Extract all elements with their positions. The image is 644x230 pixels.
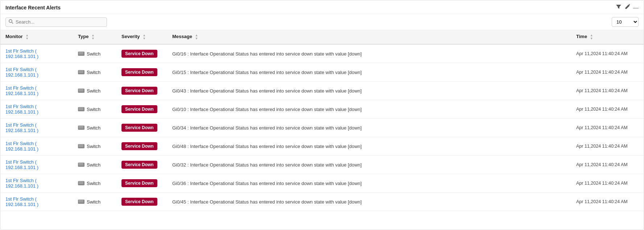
svg-rect-70 — [80, 163, 80, 164]
monitor-link[interactable]: 1st Flr Switch ( 192.168.1.101 ) — [5, 104, 38, 115]
col-header-message[interactable]: Message ▲▼ — [167, 30, 571, 44]
monitor-link[interactable]: 1st Flr Switch ( 192.168.1.101 ) — [5, 196, 38, 207]
svg-rect-63 — [79, 146, 79, 147]
monitor-link[interactable]: 1st Flr Switch ( 192.168.1.101 ) — [5, 122, 38, 133]
svg-rect-42 — [80, 109, 80, 110]
filter-icon[interactable] — [616, 4, 622, 11]
severity-badge: Service Down — [121, 105, 157, 113]
monitor-link[interactable]: 1st Flr Switch ( 192.168.1.101 ) — [5, 67, 38, 78]
table-row: 1st Flr Switch ( 192.168.1.101 ) SwitchS… — [0, 174, 644, 193]
col-header-monitor[interactable]: Monitor ▲▼ — [0, 30, 73, 44]
svg-rect-59 — [80, 145, 80, 145]
svg-rect-100 — [83, 202, 83, 202]
table-row: 1st Flr Switch ( 192.168.1.101 ) SwitchS… — [0, 119, 644, 137]
col-header-type[interactable]: Type ▲▼ — [73, 30, 116, 44]
svg-rect-65 — [80, 146, 81, 147]
svg-rect-64 — [80, 146, 80, 147]
col-header-time[interactable]: Time ▲▼ — [571, 30, 644, 44]
edit-icon[interactable] — [624, 4, 630, 11]
widget-header: Interface Recent Alerts — — [0, 0, 644, 14]
message-cell: Gi0/45 : Interface Operational Status ha… — [167, 193, 571, 211]
svg-rect-4 — [80, 52, 80, 53]
svg-rect-77 — [82, 165, 82, 165]
svg-rect-71 — [80, 163, 81, 164]
switch-device-icon — [78, 107, 84, 111]
monitor-link[interactable]: 1st Flr Switch ( 192.168.1.101 ) — [5, 48, 38, 59]
search-input[interactable] — [16, 19, 104, 25]
svg-rect-67 — [83, 146, 83, 147]
time-cell: Apr 11,2024 11:40:24 AM — [571, 100, 644, 119]
svg-rect-22 — [82, 72, 82, 73]
svg-rect-9 — [80, 54, 80, 54]
svg-rect-56 — [83, 128, 83, 128]
time-cell: Apr 11,2024 11:40:24 AM — [571, 174, 644, 193]
svg-rect-19 — [79, 72, 79, 73]
monitor-link[interactable]: 1st Flr Switch ( 192.168.1.101 ) — [5, 141, 38, 152]
type-label: Switch — [87, 181, 100, 186]
search-box[interactable] — [5, 17, 107, 27]
switch-device-icon — [78, 163, 84, 167]
svg-rect-25 — [79, 89, 79, 90]
message-cell: Gi0/10 : Interface Operational Status ha… — [167, 100, 571, 119]
switch-device-icon — [78, 200, 84, 204]
svg-rect-93 — [80, 200, 81, 201]
type-cell: Switch — [78, 70, 111, 75]
svg-rect-49 — [80, 126, 81, 127]
svg-rect-76 — [80, 165, 81, 165]
svg-rect-84 — [83, 182, 83, 182]
sort-arrows-type: ▲▼ — [91, 34, 95, 40]
type-cell: Switch — [78, 181, 111, 186]
message-cell: Gi0/36 : Interface Operational Status ha… — [167, 174, 571, 193]
svg-rect-15 — [80, 71, 80, 71]
page-size-select[interactable]: 10 25 50 100 — [612, 17, 639, 27]
monitor-link[interactable]: 1st Flr Switch ( 192.168.1.101 ) — [5, 178, 38, 189]
type-cell: Switch — [78, 51, 111, 57]
type-cell: Switch — [78, 162, 111, 168]
svg-rect-97 — [80, 202, 80, 202]
svg-rect-12 — [83, 54, 83, 54]
svg-rect-29 — [83, 89, 83, 90]
sort-arrows-monitor: ▲▼ — [25, 34, 29, 40]
svg-rect-54 — [80, 128, 81, 128]
svg-rect-26 — [80, 89, 80, 90]
switch-device-icon — [78, 126, 84, 130]
svg-rect-73 — [83, 163, 83, 164]
type-label: Switch — [87, 70, 100, 75]
svg-rect-60 — [80, 145, 81, 145]
svg-rect-53 — [80, 128, 80, 128]
svg-rect-50 — [82, 126, 82, 127]
table-row: 1st Flr Switch ( 192.168.1.101 ) SwitchS… — [0, 44, 644, 63]
type-label: Switch — [87, 199, 100, 205]
severity-badge: Service Down — [121, 198, 157, 206]
svg-rect-48 — [80, 126, 80, 127]
minimize-icon[interactable]: — — [633, 4, 639, 11]
table-row: 1st Flr Switch ( 192.168.1.101 ) SwitchS… — [0, 100, 644, 119]
svg-rect-87 — [80, 183, 81, 184]
sort-arrows-message: ▲▼ — [195, 34, 198, 40]
svg-rect-27 — [80, 89, 81, 90]
time-cell: Apr 11,2024 11:40:24 AM — [571, 44, 644, 63]
svg-rect-8 — [79, 54, 79, 54]
svg-rect-94 — [82, 200, 82, 201]
table-row: 1st Flr Switch ( 192.168.1.101 ) SwitchS… — [0, 82, 644, 100]
type-cell: Switch — [78, 144, 111, 149]
type-cell: Switch — [78, 88, 111, 94]
svg-rect-89 — [83, 183, 83, 184]
svg-rect-38 — [80, 108, 81, 108]
time-cell: Apr 11,2024 11:40:24 AM — [571, 156, 644, 174]
svg-rect-20 — [80, 72, 80, 73]
svg-rect-52 — [79, 128, 79, 128]
svg-rect-92 — [80, 200, 80, 201]
svg-rect-17 — [82, 71, 82, 71]
type-cell: Switch — [78, 199, 111, 205]
col-header-severity[interactable]: Severity ▲▼ — [116, 30, 167, 44]
type-label: Switch — [87, 125, 100, 131]
table-body: 1st Flr Switch ( 192.168.1.101 ) SwitchS… — [0, 44, 644, 211]
svg-point-0 — [9, 20, 12, 22]
time-cell: Apr 11,2024 11:40:24 AM — [571, 63, 644, 82]
sort-arrows-severity: ▲▼ — [143, 34, 146, 40]
monitor-link[interactable]: 1st Flr Switch ( 192.168.1.101 ) — [5, 85, 38, 96]
monitor-link[interactable]: 1st Flr Switch ( 192.168.1.101 ) — [5, 159, 38, 170]
svg-rect-16 — [80, 71, 81, 71]
table-header: Monitor ▲▼ Type ▲▼ Severity ▲▼ Message ▲… — [0, 30, 644, 44]
